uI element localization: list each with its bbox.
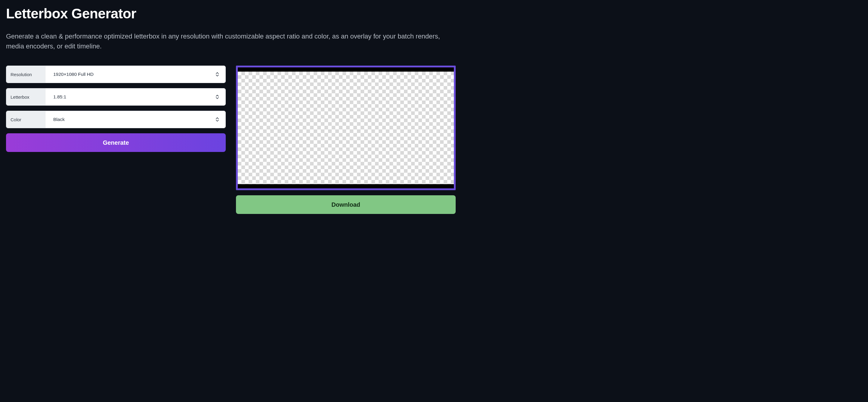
preview-frame xyxy=(236,66,456,190)
letterbox-label: Letterbox xyxy=(6,89,45,105)
up-down-icon xyxy=(216,72,219,77)
resolution-label: Resolution xyxy=(6,66,45,83)
letterbox-value: 1.85:1 xyxy=(53,94,66,100)
letterbox-bar-top xyxy=(238,67,454,72)
color-select[interactable]: Black xyxy=(45,111,225,128)
color-label: Color xyxy=(6,111,45,128)
page-title: Letterbox Generator xyxy=(6,5,862,22)
letterbox-select[interactable]: 1.85:1 xyxy=(45,89,225,105)
preview-panel: Download xyxy=(236,66,456,214)
color-field: Color Black xyxy=(6,111,226,128)
resolution-value: 1920×1080 Full HD xyxy=(53,72,94,77)
transparency-grid xyxy=(238,72,454,184)
up-down-icon xyxy=(216,117,219,122)
page-description: Generate a clean & performance optimized… xyxy=(6,31,445,51)
settings-panel: Resolution 1920×1080 Full HD Letterbox 1… xyxy=(6,66,226,214)
generate-button[interactable]: Generate xyxy=(6,133,226,152)
up-down-icon xyxy=(216,94,219,99)
letterbox-field: Letterbox 1.85:1 xyxy=(6,88,226,105)
letterbox-bar-bottom xyxy=(238,184,454,188)
color-value: Black xyxy=(53,117,65,122)
download-button[interactable]: Download xyxy=(236,195,456,214)
resolution-select[interactable]: 1920×1080 Full HD xyxy=(45,66,225,83)
resolution-field: Resolution 1920×1080 Full HD xyxy=(6,66,226,83)
